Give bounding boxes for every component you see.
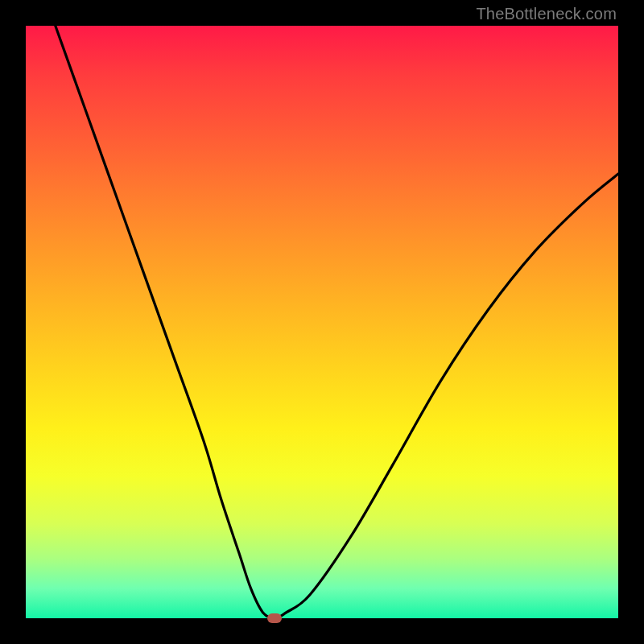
bottleneck-curve bbox=[26, 26, 618, 618]
plot-area bbox=[26, 26, 618, 618]
chart-frame: TheBottleneck.com bbox=[0, 0, 644, 644]
optimal-point-marker bbox=[267, 613, 282, 623]
watermark-text: TheBottleneck.com bbox=[476, 5, 617, 23]
